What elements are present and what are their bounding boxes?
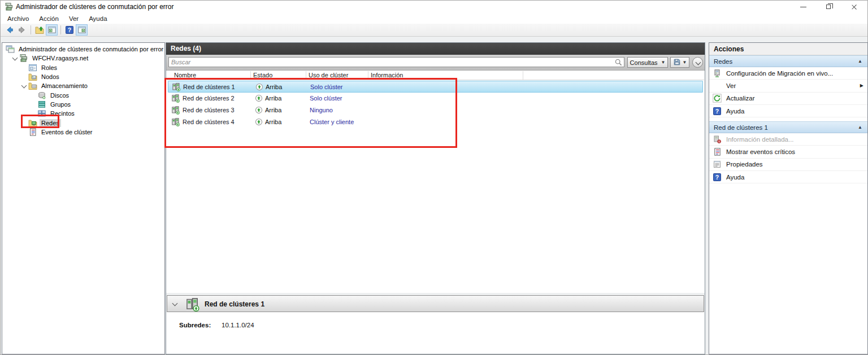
help-button[interactable]: ?: [63, 24, 75, 36]
tree-expand-chevron[interactable]: [19, 128, 28, 137]
action-item-label: Actualizar: [726, 95, 755, 102]
toolbar-separator: [60, 25, 61, 34]
toolbar: ?: [1, 24, 867, 37]
search-input[interactable]: [171, 58, 613, 67]
row-name: Red de clústeres 2: [183, 95, 235, 102]
up-level-button[interactable]: [33, 24, 45, 36]
action-item-label: Ayuda: [726, 108, 744, 115]
tree-item-grupos[interactable]: Grupos: [2, 100, 164, 109]
tree-item-redes[interactable]: Redes: [2, 118, 164, 127]
app-icon: [5, 2, 14, 11]
minimize-button[interactable]: [791, 1, 816, 13]
action-group: Red de clústeres 1 ▲ Información detalla…: [709, 121, 867, 183]
action-item-ayuda[interactable]: ? Ayuda: [709, 105, 867, 117]
tree-item-label: WFCHV.ragasys.net: [31, 54, 90, 62]
action-item-icon: [713, 81, 722, 90]
save-query-button[interactable]: ▼: [670, 57, 689, 68]
tree-expand-chevron[interactable]: [19, 81, 28, 90]
search-strip: Consultas ▼ ▼: [166, 55, 705, 71]
tree-item-roles[interactable]: Roles: [2, 63, 164, 72]
properties-icon: [713, 160, 722, 169]
row-estado: Arriba: [265, 119, 281, 125]
forward-button[interactable]: [16, 24, 28, 36]
table-row[interactable]: Red de clústeres 3 Arriba Ninguno: [168, 104, 703, 116]
collapse-arrow-icon[interactable]: ▲: [858, 122, 862, 133]
close-button[interactable]: [841, 1, 867, 13]
table-row[interactable]: Red de clústeres 1 Arriba Solo clúster: [168, 81, 703, 93]
menu-item-archivo[interactable]: Archivo: [2, 14, 34, 23]
action-group-header[interactable]: Redes ▲: [709, 55, 867, 67]
tree-item-recintos[interactable]: Recintos: [2, 109, 164, 118]
column-header-estado[interactable]: Estado: [253, 72, 272, 78]
refresh-icon: [713, 94, 722, 103]
tree-item-label: Roles: [40, 64, 59, 72]
tree-item-label: Grupos: [49, 100, 72, 108]
show-action-pane-button[interactable]: [76, 24, 88, 36]
collapse-chevron-icon[interactable]: [173, 301, 177, 306]
action-item-configuraci-n-de-migraci-n-en-vivo[interactable]: Configuración de Migración en vivo...: [709, 67, 867, 80]
details-header[interactable]: Red de clústeres 1: [167, 295, 704, 312]
column-separator[interactable]: [306, 71, 306, 80]
queries-button[interactable]: Consultas ▼: [627, 57, 668, 68]
tree-item-wfchv-ragasys-net[interactable]: WFCHV.ragasys.net: [2, 54, 164, 63]
column-header-nombre[interactable]: Nombre: [174, 72, 196, 78]
column-separator[interactable]: [368, 71, 368, 80]
action-group-header[interactable]: Red de clústeres 1 ▲: [709, 121, 867, 133]
action-item-ayuda[interactable]: ? Ayuda: [709, 171, 867, 183]
tree-item-label: Discos: [49, 91, 71, 99]
tree-expand-chevron[interactable]: [28, 91, 37, 100]
menu-item-ver[interactable]: Ver: [64, 14, 84, 23]
tree-expand-chevron[interactable]: [28, 100, 37, 109]
tree-item-discos[interactable]: Discos: [2, 90, 164, 99]
tree-item-nodos[interactable]: Nodos: [2, 72, 164, 81]
back-button[interactable]: [3, 24, 15, 36]
show-console-tree-button[interactable]: [46, 24, 58, 36]
tree-expand-chevron[interactable]: [19, 119, 28, 128]
action-item-ver[interactable]: Ver ▶: [709, 80, 867, 92]
live-migration-icon: [713, 69, 722, 78]
row-estado: Arriba: [266, 84, 282, 90]
row-estado: Arriba: [265, 107, 281, 113]
action-item-actualizar[interactable]: Actualizar: [709, 93, 867, 105]
column-header-informacion[interactable]: Información: [371, 72, 403, 78]
column-header-uso[interactable]: Uso de clúster: [309, 72, 348, 78]
column-separator[interactable]: [250, 71, 251, 80]
menu-item-ayuda[interactable]: Ayuda: [84, 14, 112, 23]
dropdown-arrow-icon: ▼: [661, 60, 666, 65]
status-up-icon: [255, 106, 263, 114]
tree-item-almacenamiento[interactable]: Almacenamiento: [2, 81, 164, 90]
tree-item-eventos-de-cl-ster[interactable]: Eventos de clúster: [2, 128, 164, 137]
action-item-mostrar-eventos-cr-ticos[interactable]: Mostrar eventos críticos: [709, 146, 867, 158]
tree-expand-chevron[interactable]: [19, 72, 28, 81]
networks-list: Nombre Estado Uso de clúster Información…: [167, 71, 704, 293]
action-item-label: Ver: [726, 82, 736, 89]
table-rows: Red de clústeres 1 Arriba Solo clúster R…: [167, 81, 704, 293]
tree-expand-chevron[interactable]: [10, 54, 19, 63]
menu-item-accin[interactable]: Acción: [34, 14, 64, 23]
minimize-icon: [800, 7, 806, 7]
row-name: Red de clústeres 3: [183, 107, 235, 113]
tree-item-label: Nodos: [40, 73, 61, 81]
action-group: Redes ▲ Configuración de Migración en vi…: [709, 55, 867, 117]
window-title: Administrador de clústeres de conmutació…: [16, 3, 173, 11]
action-item-label: Mostrar eventos críticos: [726, 148, 795, 155]
action-item-informaci-n-detallada[interactable]: Información detallada...: [709, 133, 867, 146]
nodes-icon: [28, 72, 37, 81]
table-header: Nombre Estado Uso de clúster Información: [167, 71, 704, 80]
table-row[interactable]: Red de clústeres 4 Arriba Clúster y clie…: [168, 116, 703, 128]
column-separator[interactable]: [523, 71, 523, 80]
action-item-propiedades[interactable]: Propiedades: [709, 159, 867, 171]
console-tree-icon: [6, 45, 15, 54]
table-row[interactable]: Red de clústeres 2 Arriba Solo clúster: [168, 93, 703, 104]
tree-item-administrador-de-cl-steres-de-conmutaci-n-por-error[interactable]: Administrador de clústeres de conmutació…: [2, 45, 164, 54]
restore-button[interactable]: [816, 1, 841, 13]
tree-expand-chevron[interactable]: [19, 63, 28, 72]
networks-icon: [28, 119, 37, 128]
expand-search-button[interactable]: [692, 57, 703, 68]
action-group-items: Configuración de Migración en vivo... Ve…: [709, 67, 867, 117]
action-item-label: Configuración de Migración en vivo...: [726, 70, 833, 77]
tree-expand-chevron[interactable]: [28, 109, 37, 118]
details-title: Red de clústeres 1: [205, 300, 264, 308]
details-body: Subredes: 10.1.1.0/24: [167, 313, 704, 354]
collapse-arrow-icon[interactable]: ▲: [858, 56, 862, 67]
